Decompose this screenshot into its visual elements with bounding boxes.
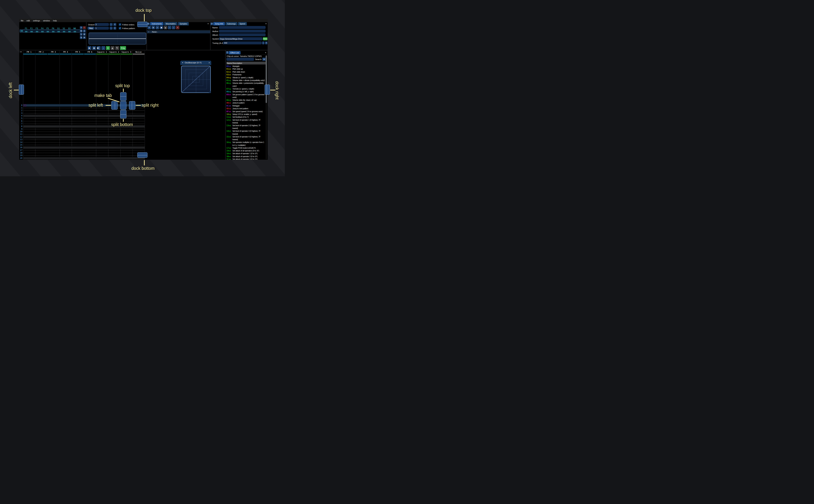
pattern-row[interactable] <box>23 128 145 130</box>
octave-plus-button[interactable]: + <box>113 23 116 26</box>
description-column-header[interactable]: Description <box>232 62 242 64</box>
pattern-row[interactable] <box>23 138 145 141</box>
effect-row[interactable]: 10xy Setup LFO (x: enable; y: speed) <box>226 113 266 116</box>
orders-toolbar-button[interactable]: ➤ <box>83 36 86 39</box>
instrument-toolbar-button[interactable]: + <box>147 26 151 29</box>
effect-row[interactable]: 02xx Pitch slide down <box>226 71 266 73</box>
order-cell[interactable]: 00 <box>29 31 34 33</box>
effect-row[interactable]: 07xy Tremolo (x: speed; y: depth) <box>226 87 266 90</box>
effect-row[interactable]: 04xy Vibrato (x: speed; y: depth) <box>226 76 266 79</box>
split-left-target[interactable] <box>111 101 118 110</box>
effect-row[interactable]: 06xy Volume slide + portamento (compatib… <box>226 82 266 87</box>
order-cell[interactable]: 00 <box>50 31 56 33</box>
song-info-tab[interactable]: Speed <box>238 22 247 25</box>
effect-row[interactable]: 1Cxx Set attack of operator 3 (0 to 1F) <box>226 158 266 160</box>
transport-button[interactable]: ▶ <box>88 46 91 50</box>
tab-list-arrow-icon[interactable]: ▼ <box>147 22 150 25</box>
collapse-icon[interactable]: ▼ <box>182 62 183 64</box>
instrument-toolbar-button[interactable]: ▱ <box>156 26 159 29</box>
channel-header[interactable]: FM 5 <box>72 51 84 54</box>
orders-toolbar-button[interactable]: ∧ <box>83 29 86 32</box>
instruments-tab[interactable]: Samples <box>178 22 189 25</box>
pattern-expand-button[interactable]: ++ <box>20 51 22 53</box>
step-plus-button[interactable]: + <box>113 27 116 30</box>
oscilloscope-close-icon[interactable]: × <box>208 62 210 64</box>
dock-left-target[interactable] <box>19 85 24 95</box>
instruments-tab[interactable]: Wavetables <box>164 22 177 25</box>
effect-row[interactable]: 08xy Set panning (x: left; y: right) <box>226 90 266 93</box>
order-cell[interactable]: 00 <box>72 31 78 33</box>
step-minus-button[interactable]: - <box>110 27 113 30</box>
effect-row[interactable]: 1Axx Set attack of operator 1 (0 to 1F) <box>226 152 266 155</box>
dock-top-target[interactable] <box>137 22 147 27</box>
follow-orders-checkbox[interactable]: ✓ <box>119 23 121 26</box>
pattern-row[interactable] <box>23 157 145 160</box>
oscilloscope-view[interactable] <box>89 33 146 44</box>
tab-list-arrow-icon[interactable]: ▼ <box>210 22 213 25</box>
octave-input[interactable]: 3 <box>95 23 109 26</box>
field-input[interactable] <box>219 26 266 29</box>
pattern-row[interactable] <box>23 154 145 157</box>
instrument-toolbar-button[interactable]: ↓ <box>172 26 175 29</box>
order-cell[interactable]: 00 <box>67 31 72 33</box>
instruments-close-icon[interactable]: × <box>207 22 209 25</box>
pattern-row[interactable] <box>23 141 145 144</box>
effect-row[interactable]: 17xx Toggle PCM mode (LEGACY) <box>226 147 266 149</box>
effect-row[interactable]: 19xx Set attack of all operators (0 to 1… <box>226 149 266 152</box>
oscilloscope-xy-titlebar[interactable]: ▼ Oscilloscope (X-Y) × <box>180 61 211 65</box>
channel-header[interactable]: Square 1 <box>96 51 108 54</box>
octave-minus-button[interactable]: - <box>110 23 113 26</box>
menu-item[interactable]: edit <box>27 20 30 22</box>
orders-toolbar-button[interactable]: ↯ <box>80 36 83 39</box>
menu-item[interactable]: window <box>43 20 50 22</box>
effect-row[interactable]: 11xx Set feedback (0 to 7) <box>226 116 266 118</box>
effect-search-input[interactable] <box>226 58 254 61</box>
pattern-row[interactable] <box>23 136 145 138</box>
tab-effect-list[interactable]: Effect List <box>229 51 240 54</box>
tab-list-arrow-icon[interactable]: ▼ <box>226 51 228 54</box>
effect-row[interactable]: 16xy Set operator multiplier (x: operato… <box>226 141 266 146</box>
transport-button[interactable]: ↓ <box>101 46 105 50</box>
effect-row[interactable]: 0Bxx Jump to pattern <box>226 102 266 104</box>
tuning-plus-button[interactable]: + <box>265 41 267 44</box>
channel-header[interactable]: FM 6 <box>84 51 96 54</box>
tuning-minus-button[interactable]: - <box>262 41 264 44</box>
song-info-tab[interactable]: Subsongs <box>225 22 237 25</box>
dock-bottom-target[interactable] <box>137 152 147 158</box>
menu-item[interactable]: file <box>21 20 23 22</box>
effect-row[interactable]: 15xx Set level of operator 4 (0 highest,… <box>226 135 266 141</box>
pattern-cursor-cell[interactable] <box>23 104 26 107</box>
scrollbar-thumb[interactable] <box>266 55 267 103</box>
instrument-toolbar-button[interactable]: ⧉ <box>151 26 155 29</box>
orders-toolbar-button[interactable]: − <box>83 26 86 29</box>
transport-button[interactable]: ▶▏ <box>97 46 101 50</box>
order-row[interactable]: 00 00000000000000000000 <box>20 29 80 32</box>
order-cell[interactable]: 00 <box>61 31 67 33</box>
channel-header[interactable]: Square 2 <box>108 51 120 54</box>
field-input[interactable] <box>219 33 266 36</box>
effect-row[interactable]: 0Fxx Set speed (speed 2 if no grooves ex… <box>226 110 266 113</box>
channel-header[interactable]: FM 2 <box>35 51 47 54</box>
order-cell[interactable]: 00 <box>24 31 29 33</box>
oscilloscope-xy-window[interactable]: ▼ Oscilloscope (X-Y) × <box>180 61 211 93</box>
channel-header[interactable]: Square 3 <box>120 51 132 54</box>
field-input[interactable] <box>219 30 266 33</box>
channel-header[interactable]: Noise <box>132 51 145 54</box>
effect-list-menu-button[interactable]: ≡ <box>262 58 266 61</box>
effect-row[interactable]: 01xx Pitch slide up <box>226 68 266 70</box>
make-tab-target[interactable] <box>120 101 126 110</box>
menu-item[interactable]: help <box>53 20 57 22</box>
step-input[interactable]: 1 <box>95 27 109 30</box>
order-cell[interactable]: 00 <box>45 31 50 33</box>
transport-button[interactable]: ↻ <box>115 46 119 50</box>
split-top-target[interactable] <box>120 92 126 101</box>
split-bottom-target[interactable] <box>120 110 126 118</box>
orders-toolbar-button[interactable]: + <box>80 26 83 29</box>
channel-header[interactable]: FM 3 <box>47 51 60 54</box>
orders-toolbar-button[interactable]: ∨ <box>80 33 83 36</box>
order-cell[interactable]: 00 <box>56 31 61 33</box>
effect-list-close-icon[interactable]: × <box>264 51 267 54</box>
effect-row[interactable]: 05xy Volume slide + vibrato (compatibili… <box>226 79 266 82</box>
dock-right-target[interactable] <box>265 85 270 95</box>
instrument-toolbar-button[interactable]: ▣ <box>160 26 163 29</box>
